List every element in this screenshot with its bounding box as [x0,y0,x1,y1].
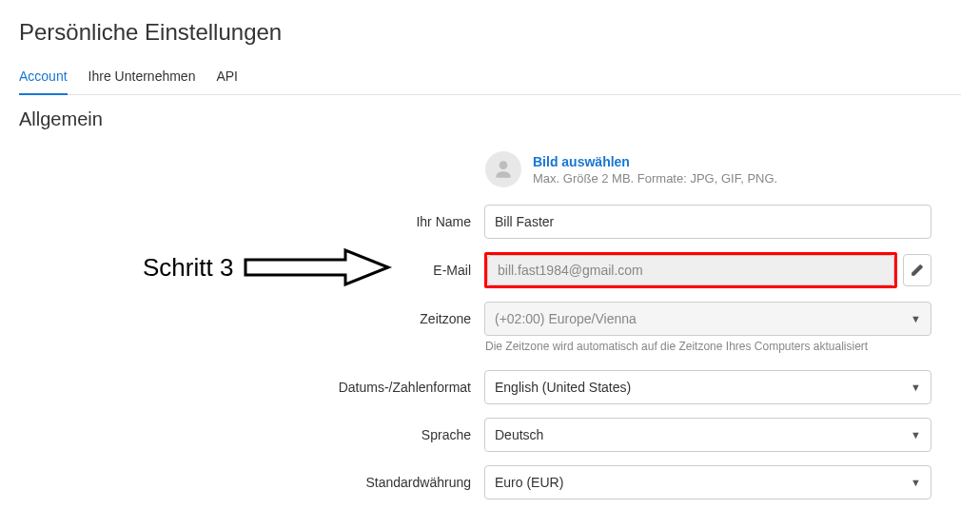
svg-point-0 [500,161,508,169]
timezone-value: (+02:00) Europe/Vienna [495,311,637,326]
chevron-down-icon: ▼ [911,477,921,488]
timezone-label: Zeitzone [19,311,471,326]
language-select[interactable]: Deutsch ▼ [484,418,931,452]
edit-email-button[interactable] [903,254,931,286]
settings-form: Bild auswählen Max. Größe 2 MB. Formate:… [19,151,961,499]
email-input [487,255,894,285]
currency-row: Standardwährung Euro (EUR) ▼ [19,465,961,499]
name-input[interactable] [484,205,931,239]
timezone-select: (+02:00) Europe/Vienna ▼ [484,302,931,336]
language-value: Deutsch [495,427,543,442]
chevron-down-icon: ▼ [911,382,921,393]
pick-image-link[interactable]: Bild auswählen [533,154,777,169]
avatar-placeholder-icon [485,151,521,187]
page-title: Persönliche Einstellungen [19,19,961,46]
timezone-row: Zeitzone (+02:00) Europe/Vienna ▼ [19,302,961,336]
tab-companies[interactable]: Ihre Unternehmen [88,63,196,95]
section-title-general: Allgemein [19,108,961,130]
step-label: Schritt 3 [143,253,233,283]
chevron-down-icon: ▼ [911,313,921,324]
dateformat-value: English (United States) [495,380,631,395]
chevron-down-icon: ▼ [911,429,921,440]
email-row: Schritt 3 E-Mail [19,252,961,288]
step-annotation: Schritt 3 [143,248,393,286]
dateformat-select[interactable]: English (United States) ▼ [484,370,931,404]
tab-account[interactable]: Account [19,63,68,95]
name-label: Ihr Name [19,214,471,229]
avatar-row: Bild auswählen Max. Größe 2 MB. Formate:… [19,151,961,187]
tab-api[interactable]: API [216,63,238,95]
email-highlight-box [484,252,897,288]
arrow-icon [241,248,393,286]
currency-select[interactable]: Euro (EUR) ▼ [484,465,931,499]
currency-label: Standardwährung [19,475,471,490]
dateformat-row: Datums-/Zahlenformat English (United Sta… [19,370,961,404]
currency-value: Euro (EUR) [495,475,563,490]
name-row: Ihr Name [19,205,961,239]
avatar-hint: Max. Größe 2 MB. Formate: JPG, GIF, PNG. [533,171,777,186]
timezone-note: Die Zeitzone wird automatisch auf die Ze… [19,340,923,353]
pencil-icon [911,264,924,277]
dateformat-label: Datums-/Zahlenformat [19,380,471,395]
tabs-bar: Account Ihre Unternehmen API [19,63,961,95]
language-row: Sprache Deutsch ▼ [19,418,961,452]
language-label: Sprache [19,427,471,442]
